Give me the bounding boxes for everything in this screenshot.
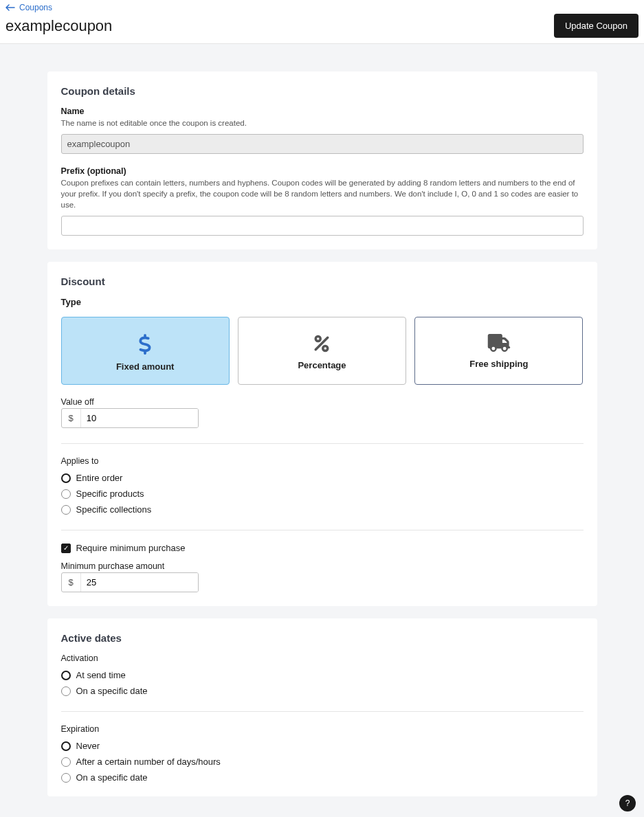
radio-icon [61, 489, 71, 499]
back-label: Coupons [19, 3, 52, 12]
applies-specific-products[interactable]: Specific products [61, 489, 584, 499]
applies-to-options: Entire order Specific products Specific … [61, 473, 584, 515]
activation-date-label: On a specific date [76, 686, 148, 696]
expiration-options: Never After a certain number of days/hou… [61, 741, 584, 783]
value-off-field: Value off $ [61, 397, 584, 428]
expiration-never[interactable]: Never [61, 741, 584, 751]
name-input [61, 134, 584, 154]
free-shipping-label: Free shipping [469, 359, 528, 369]
name-label: Name [61, 107, 584, 116]
name-field: Name The name is not editable once the c… [61, 107, 584, 154]
min-amount-input-wrap: $ [61, 572, 199, 592]
require-min-label: Require minimum purchase [76, 543, 186, 553]
require-min-purchase[interactable]: ✓ Require minimum purchase [61, 543, 584, 553]
currency-prefix: $ [62, 409, 81, 427]
expiration-after-days[interactable]: After a certain number of days/hours [61, 757, 584, 767]
expiration-date-label: On a specific date [76, 772, 148, 783]
prefix-label: Prefix (optional) [61, 166, 584, 176]
coupon-details-title: Coupon details [61, 85, 584, 97]
currency-prefix: $ [62, 573, 81, 592]
min-amount-field: Minimum purchase amount $ [61, 561, 584, 592]
activation-options: At send time On a specific date [61, 670, 584, 696]
applies-specific-collections[interactable]: Specific collections [61, 504, 584, 515]
help-button[interactable]: ? [619, 795, 636, 812]
content: Coupon details Name The name is not edit… [47, 71, 597, 796]
divider [61, 711, 584, 712]
prefix-help: Coupon prefixes can contain letters, num… [61, 177, 584, 210]
value-off-label: Value off [61, 397, 584, 407]
arrow-left-icon [5, 4, 15, 11]
applies-products-label: Specific products [76, 489, 144, 499]
expiration-never-label: Never [76, 741, 100, 751]
discount-type-fixed[interactable]: Fixed amount [61, 317, 230, 385]
prefix-input[interactable] [61, 216, 584, 236]
fixed-label: Fixed amount [116, 361, 175, 372]
expiration-specific-date[interactable]: On a specific date [61, 772, 584, 783]
divider [61, 530, 584, 530]
discount-type-label: Type [61, 297, 584, 307]
divider [61, 443, 584, 444]
discount-title: Discount [61, 276, 584, 287]
expiration-label: Expiration [61, 724, 584, 734]
dollar-icon [138, 334, 152, 355]
prefix-field: Prefix (optional) Coupon prefixes can co… [61, 166, 584, 236]
active-dates-card: Active dates Activation At send time On … [47, 618, 597, 796]
radio-icon [61, 741, 71, 751]
radio-icon [61, 757, 71, 767]
active-dates-title: Active dates [61, 632, 584, 644]
applies-collections-label: Specific collections [76, 504, 152, 515]
value-off-input[interactable] [81, 409, 199, 427]
percent-icon [312, 334, 331, 353]
radio-icon [61, 686, 71, 696]
applies-entire-label: Entire order [76, 473, 123, 483]
checkbox-icon: ✓ [61, 544, 71, 553]
applies-entire-order[interactable]: Entire order [61, 473, 584, 483]
activation-label: Activation [61, 653, 584, 663]
back-link[interactable]: Coupons [5, 3, 52, 12]
min-amount-input[interactable] [81, 573, 199, 592]
discount-card: Discount Type Fixed amount Percentage Fr… [47, 262, 597, 606]
expiration-after-label: After a certain number of days/hours [76, 757, 221, 767]
percentage-label: Percentage [298, 360, 346, 370]
radio-icon [61, 505, 71, 515]
activation-send-time[interactable]: At send time [61, 670, 584, 680]
value-off-input-wrap: $ [61, 408, 199, 428]
discount-type-grid: Fixed amount Percentage Free shipping [61, 317, 584, 385]
truck-icon [487, 334, 511, 352]
top-bar: Coupons examplecoupon Update Coupon [0, 0, 644, 44]
radio-icon [61, 671, 71, 680]
radio-icon [61, 473, 71, 483]
applies-to-label: Applies to [61, 456, 584, 466]
min-amount-label: Minimum purchase amount [61, 561, 584, 571]
discount-type-percentage[interactable]: Percentage [238, 317, 406, 385]
radio-icon [61, 773, 71, 783]
activation-send-label: At send time [76, 670, 126, 680]
page-title: examplecoupon [5, 17, 112, 35]
help-icon: ? [625, 798, 630, 808]
coupon-details-card: Coupon details Name The name is not edit… [47, 71, 597, 249]
name-help: The name is not editable once the coupon… [61, 117, 584, 128]
update-coupon-button[interactable]: Update Coupon [554, 14, 639, 38]
activation-specific-date[interactable]: On a specific date [61, 686, 584, 696]
discount-type-free-shipping[interactable]: Free shipping [414, 317, 583, 385]
